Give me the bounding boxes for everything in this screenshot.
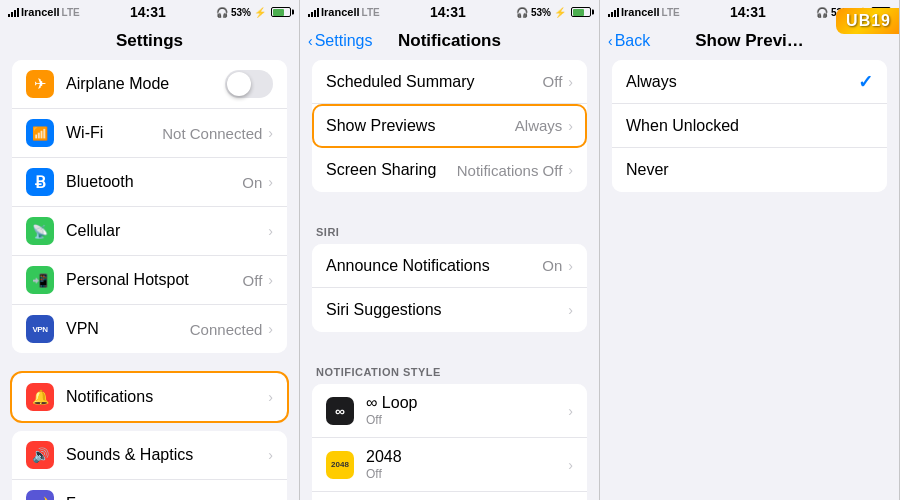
battery-percent-2: 53% [531,7,551,18]
previews-list: Always ✓ When Unlocked Never [600,60,899,500]
settings-item-bluetooth[interactable]: Ƀ Bluetooth On › [12,158,287,207]
announce-value: On [542,257,562,274]
back-chevron-2: ‹ [308,33,313,49]
previews-option-when-unlocked[interactable]: When Unlocked [612,104,887,148]
when-unlocked-text: When Unlocked [626,117,873,135]
notification-style-items: ∞ ∞ Loop Off › 2048 2048 Off [312,384,587,500]
notifications-chevron: › [268,389,273,405]
status-left-3: Irancell LTE [608,6,680,18]
settings-item-airplane[interactable]: ✈ Airplane Mode [12,60,287,109]
never-text: Never [626,161,873,179]
settings-item-hotspot[interactable]: 📲 Personal Hotspot Off › [12,256,287,305]
focus-icon: 🌙 [26,490,54,500]
settings-item-cellular[interactable]: 📡 Cellular › [12,207,287,256]
nav-bar-2: ‹ Settings Notifications [300,22,599,60]
notifications-label: Notifications [66,388,153,405]
back-label-3: Back [615,32,651,50]
notifications-item-screensharing[interactable]: Screen Sharing Notifications Off › [312,148,587,192]
settings-item-sounds[interactable]: 🔊 Sounds & Haptics › [12,431,287,480]
cellular-text: Cellular [66,222,266,240]
settings-list: ✈ Airplane Mode 📶 Wi-Fi Not Connected › [0,60,299,500]
battery-percent-1: 53% [231,7,251,18]
carrier-2: Irancell [321,6,360,18]
announce-chevron: › [568,258,573,274]
settings-item-notifications[interactable]: 🔔 Notifications › [12,373,287,421]
notifications-item-loop[interactable]: ∞ ∞ Loop Off › [312,384,587,438]
watermark: UB19 [836,8,899,34]
status-bar-2: Irancell LTE 14:31 🎧 53% ⚡ [300,0,599,22]
sounds-text: Sounds & Haptics [66,446,266,464]
hotspot-text: Personal Hotspot [66,271,243,289]
notifications-item-scheduled[interactable]: Scheduled Summary Off › [312,60,587,104]
time-3: 14:31 [730,4,766,20]
scheduled-text: Scheduled Summary [326,73,543,91]
siri-items: Announce Notifications On › Siri Suggest… [312,244,587,332]
announce-label: Announce Notifications [326,257,490,274]
notifications-panel: Irancell LTE 14:31 🎧 53% ⚡ ‹ Settings No… [300,0,600,500]
signal-bars-3 [608,7,619,17]
settings-item-focus[interactable]: 🌙 Focus › [12,480,287,500]
sirisuggestions-chevron: › [568,302,573,318]
focus-chevron: › [268,496,273,500]
notifications-item-sirisuggestions[interactable]: Siri Suggestions › [312,288,587,332]
signal-bars-1 [8,7,19,17]
settings-item-wifi[interactable]: 📶 Wi-Fi Not Connected › [12,109,287,158]
notifications-item-appstore[interactable]: A App Store Off › [312,492,587,500]
2048-right: › [566,457,573,473]
show-previews-panel: Irancell LTE 14:31 🎧 53% ⚡ UB19 ‹ Back S… [600,0,900,500]
signal-bars-2 [308,7,319,17]
previews-right: Always › [515,117,573,134]
sounds-chevron: › [268,447,273,463]
scheduled-right: Off › [543,73,573,90]
wifi-value: Not Connected [162,125,262,142]
battery-fill-1 [273,9,284,16]
announce-right: On › [542,257,573,274]
bluetooth-right: On › [242,174,273,191]
always-label: Always [626,73,677,90]
2048-icon: 2048 [326,451,354,479]
previews-option-never[interactable]: Never [612,148,887,192]
notifications-item-2048[interactable]: 2048 2048 Off › [312,438,587,492]
loop-label: ∞ Loop [366,394,417,411]
status-right-2: 🎧 53% ⚡ [516,7,591,18]
notifications-right: › [266,389,273,405]
notifications-item-previews[interactable]: Show Previews Always › [312,104,587,148]
hotspot-icon: 📲 [26,266,54,294]
airplane-label: Airplane Mode [66,75,169,92]
scheduled-value: Off [543,73,563,90]
siri-header: SIRI [300,212,599,244]
back-button-2[interactable]: ‹ Settings [308,32,372,50]
sirisuggestions-label: Siri Suggestions [326,301,442,318]
focus-label: Focus [66,495,110,500]
network-3: LTE [662,7,680,18]
settings-item-vpn[interactable]: VPN VPN Connected › [12,305,287,353]
airplane-toggle[interactable] [225,70,273,98]
notifications-list: Scheduled Summary Off › Show Previews Al… [300,60,599,500]
notifications-item-announce[interactable]: Announce Notifications On › [312,244,587,288]
network-2: LTE [362,7,380,18]
vpn-icon: VPN [26,315,54,343]
back-button-3[interactable]: ‹ Back [608,32,650,50]
previews-option-always[interactable]: Always ✓ [612,60,887,104]
cellular-chevron: › [268,223,273,239]
status-bar-1: Irancell LTE 14:31 🎧 53% ⚡ [0,0,299,22]
battery-fill-2 [573,9,584,16]
time-1: 14:31 [130,4,166,20]
wifi-label: Wi-Fi [66,124,103,141]
screensharing-right: Notifications Off › [457,162,573,179]
notifications-container: 🔔 Notifications › [12,373,287,421]
scheduled-chevron: › [568,74,573,90]
bluetooth-value: On [242,174,262,191]
carrier-3: Irancell [621,6,660,18]
hotspot-right: Off › [243,272,273,289]
hotspot-chevron: › [268,272,273,288]
siri-group: SIRI Announce Notifications On › Siri Su… [300,212,599,332]
headphones-icon-3: 🎧 [816,7,828,18]
back-label-2: Settings [315,32,373,50]
previews-value: Always [515,117,563,134]
wifi-icon: 📶 [26,119,54,147]
page-title-3: Show Previ… [695,31,804,51]
2048-chevron: › [568,457,573,473]
screensharing-chevron: › [568,162,573,178]
bluetooth-icon: Ƀ [26,168,54,196]
